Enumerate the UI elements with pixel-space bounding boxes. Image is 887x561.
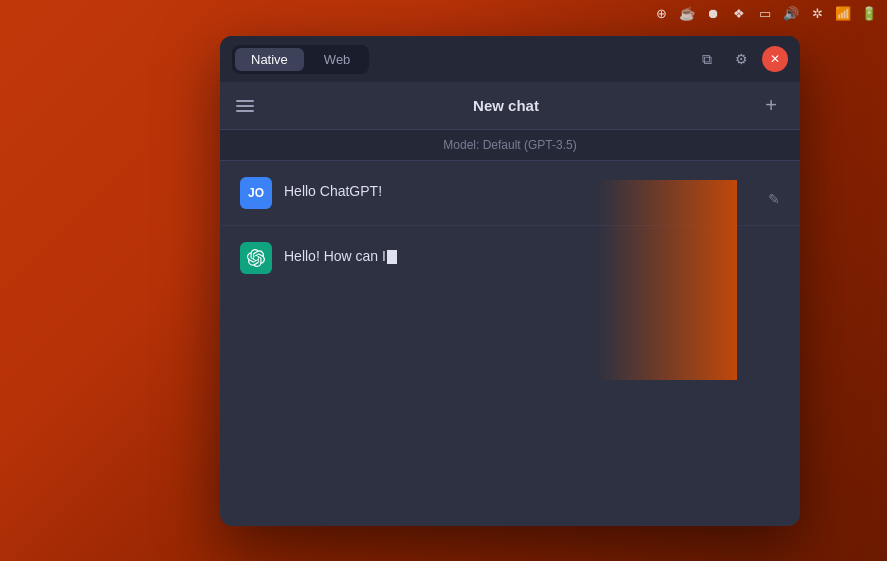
chat-title: New chat xyxy=(473,97,539,114)
focus-icon: ⊕ xyxy=(653,5,669,21)
record-icon: ⏺ xyxy=(705,5,721,21)
dots-icon: ❖ xyxy=(731,5,747,21)
hamburger-menu[interactable] xyxy=(236,100,254,112)
chat-header: New chat + xyxy=(220,82,800,130)
tab-bar: Native Web ⧉ ⚙ ✕ xyxy=(220,36,800,82)
app-window: Native Web ⧉ ⚙ ✕ New chat + Model: Defau… xyxy=(220,36,800,526)
model-label: Model: Default (GPT-3.5) xyxy=(443,138,576,152)
user-message-content: Hello ChatGPT! xyxy=(284,177,756,202)
chat-area: JO Hello ChatGPT! ✎ Hello! How can I xyxy=(220,161,800,526)
user-message-text: Hello ChatGPT! xyxy=(284,183,382,199)
copy-button[interactable]: ⧉ xyxy=(694,46,720,72)
assistant-avatar xyxy=(240,242,272,274)
content-wrapper: New chat + Model: Default (GPT-3.5) JO H… xyxy=(220,82,800,526)
edit-icon[interactable]: ✎ xyxy=(768,191,780,209)
menubar: ⊕ ☕ ⏺ ❖ ▭ 🔊 ✲ 📶 🔋 xyxy=(0,0,887,26)
assistant-message-content: Hello! How can I xyxy=(284,242,780,267)
close-button[interactable]: ✕ xyxy=(762,46,788,72)
wifi-icon: 📶 xyxy=(835,5,851,21)
display-icon: ▭ xyxy=(757,5,773,21)
assistant-message-row: Hello! How can I xyxy=(220,226,800,290)
hamburger-line-3 xyxy=(236,110,254,112)
hamburger-line-1 xyxy=(236,100,254,102)
coffee-icon: ☕ xyxy=(679,5,695,21)
avatar-initials: JO xyxy=(248,186,264,200)
tab-actions: ⧉ ⚙ ✕ xyxy=(694,46,788,72)
assistant-message-text: Hello! How can I xyxy=(284,248,386,264)
battery-icon: 🔋 xyxy=(861,5,877,21)
hamburger-line-2 xyxy=(236,105,254,107)
bluetooth-icon: ✲ xyxy=(809,5,825,21)
tab-native[interactable]: Native xyxy=(235,48,304,71)
settings-button[interactable]: ⚙ xyxy=(728,46,754,72)
openai-logo-icon xyxy=(247,249,265,267)
tab-group: Native Web xyxy=(232,45,369,74)
typing-cursor xyxy=(387,250,397,264)
user-avatar: JO xyxy=(240,177,272,209)
tab-web[interactable]: Web xyxy=(308,48,367,71)
model-bar: Model: Default (GPT-3.5) xyxy=(220,130,800,161)
message-row: JO Hello ChatGPT! ✎ xyxy=(220,161,800,226)
volume-icon: 🔊 xyxy=(783,5,799,21)
new-chat-button[interactable]: + xyxy=(758,93,784,119)
